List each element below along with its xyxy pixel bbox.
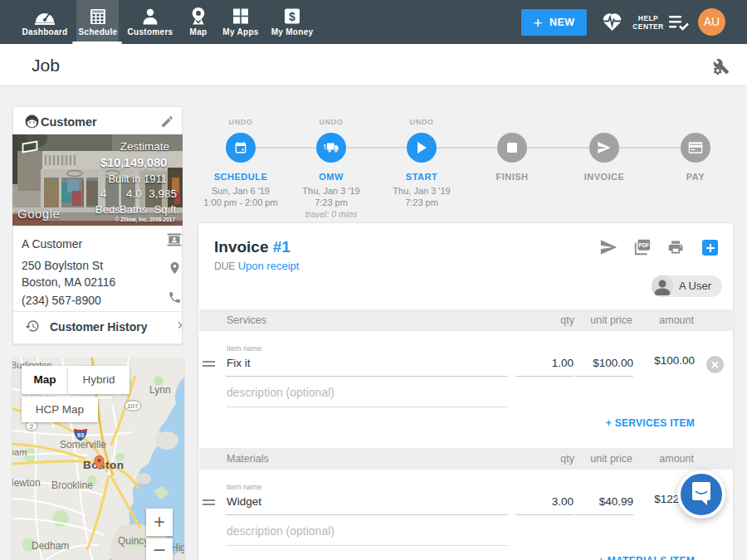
svg-text:PDF: PDF bbox=[638, 242, 649, 248]
svg-text:$: $ bbox=[289, 10, 295, 23]
svg-text:2: 2 bbox=[30, 423, 34, 431]
svg-text:93: 93 bbox=[77, 431, 84, 439]
svg-text:107: 107 bbox=[127, 402, 139, 410]
